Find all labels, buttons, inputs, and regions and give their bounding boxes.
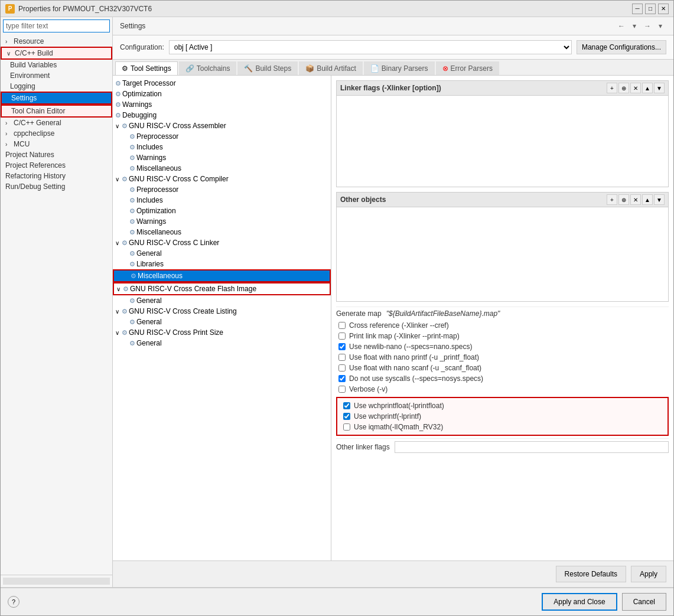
apply-close-button[interactable]: Apply and Close	[542, 593, 617, 611]
tree-linker-libraries[interactable]: ⚙ Libraries	[113, 259, 331, 269]
linker-flags-up-button[interactable]: ▲	[642, 83, 653, 93]
manage-configurations-button[interactable]: Manage Configurations...	[577, 40, 666, 54]
tab-binary-parsers[interactable]: 📄 Binary Parsers	[364, 61, 435, 75]
tree-cc-optimization[interactable]: ⚙ Optimization	[113, 206, 331, 216]
tree-asm-misc[interactable]: ⚙ Miscellaneous	[113, 163, 331, 174]
iqmath-checkbox[interactable]	[343, 423, 350, 431]
other-objects-up-button[interactable]: ▲	[642, 194, 653, 205]
nav-dropdown2[interactable]: ▾	[655, 21, 666, 31]
sidebar-item-build-vars[interactable]: Build Variables	[1, 60, 112, 70]
nav-dropdown1[interactable]: ▾	[629, 21, 640, 31]
wchprintf-checkbox[interactable]	[343, 413, 350, 420]
expand-resource[interactable]: ›	[5, 38, 12, 45]
linker-flags-down-button[interactable]: ▼	[654, 83, 665, 93]
expand-mcu[interactable]: ›	[5, 141, 12, 148]
other-linker-input[interactable]	[395, 441, 669, 453]
maximize-button[interactable]: □	[645, 4, 656, 14]
tree-asm-warnings[interactable]: ⚙ Warnings	[113, 152, 331, 163]
other-objects-down-button[interactable]: ▼	[654, 194, 665, 205]
tree-linker-misc[interactable]: ⚙ Miscellaneous	[113, 269, 331, 282]
sidebar-item-tool-chain-editor[interactable]: Tool Chain Editor	[1, 105, 112, 118]
tree-debugging-label: Debugging	[122, 111, 157, 119]
expand-cpp-general[interactable]: ›	[5, 120, 12, 126]
sidebar-item-cpp-general[interactable]: › C/C++ General	[1, 118, 112, 128]
config-select[interactable]: obj [ Active ]	[169, 40, 572, 54]
filter-input[interactable]	[3, 19, 110, 32]
tab-build-artifact[interactable]: 📦 Build Artifact	[299, 61, 363, 75]
sidebar-item-run-debug[interactable]: Run/Debug Setting	[1, 181, 112, 192]
tree-asm-preprocessor[interactable]: ⚙ Preprocessor	[113, 131, 331, 142]
expand-assembler[interactable]: ∨	[115, 123, 119, 129]
sidebar-item-mcu[interactable]: › MCU	[1, 139, 112, 149]
forward-button[interactable]: →	[642, 21, 653, 31]
tree-asm-warnings-label: Warnings	[136, 154, 166, 162]
expand-listing[interactable]: ∨	[115, 308, 119, 315]
tree-listing-general[interactable]: ⚙ General	[113, 317, 331, 327]
tree-optimization[interactable]: ⚙ Optimization	[113, 89, 331, 99]
wchprintfloat-checkbox[interactable]	[343, 402, 350, 409]
tab-toolchains[interactable]: 🔗 Toolchains	[179, 61, 237, 75]
linker-flags-delete-button[interactable]: ✕	[630, 83, 641, 93]
tab-tool-settings[interactable]: ⚙ Tool Settings	[115, 61, 178, 75]
tree-print-general[interactable]: ⚙ General	[113, 338, 331, 348]
minimize-button[interactable]: ─	[632, 4, 643, 14]
sidebar-item-project-references[interactable]: Project References	[1, 160, 112, 171]
cancel-button[interactable]: Cancel	[622, 593, 666, 611]
tree-debugging[interactable]: ⚙ Debugging	[113, 110, 331, 120]
sidebar-item-logging[interactable]: Logging	[1, 81, 112, 92]
close-button[interactable]: ✕	[658, 4, 669, 14]
sidebar-item-cppcheclipse[interactable]: › cppcheclipse	[1, 128, 112, 139]
horizontal-scrollbar[interactable]	[3, 578, 110, 585]
tree-target-processor[interactable]: ⚙ Target Processor	[113, 78, 331, 89]
expand-c-compiler[interactable]: ∨	[115, 176, 119, 182]
sidebar-item-refactoring[interactable]: Refactoring History	[1, 171, 112, 181]
other-objects-delete-button[interactable]: ✕	[630, 194, 641, 205]
restore-defaults-button[interactable]: Restore Defaults	[556, 566, 626, 582]
tree-warnings[interactable]: ⚙ Warnings	[113, 99, 331, 110]
expand-flash-image[interactable]: ∨	[116, 286, 121, 292]
tree-cc-preprocessor[interactable]: ⚙ Preprocessor	[113, 184, 331, 195]
cross-ref-checkbox[interactable]	[338, 322, 346, 329]
expand-cpp-build[interactable]: ∨	[6, 50, 14, 57]
print-link-map-checkbox[interactable]	[338, 333, 346, 340]
use-newlib-checkbox[interactable]	[338, 343, 346, 350]
sidebar-item-settings[interactable]: Settings	[1, 92, 112, 105]
back-button[interactable]: ←	[616, 21, 627, 31]
tree-gnu-assembler[interactable]: ∨ ⚙ GNU RISC-V Cross Assembler	[113, 120, 331, 131]
tree-linker-general[interactable]: ⚙ General	[113, 248, 331, 259]
tree-gnu-c-compiler[interactable]: ∨ ⚙ GNU RISC-V Cross C Compiler	[113, 174, 331, 184]
help-button[interactable]: ?	[8, 596, 19, 608]
apply-button[interactable]: Apply	[631, 566, 666, 582]
tree-listing-general-label: General	[136, 318, 162, 326]
linker-flags-add-button[interactable]: +	[607, 83, 617, 93]
tree-asm-includes[interactable]: ⚙ Includes	[113, 142, 331, 152]
float-printf-row: Use float with nano printf (-u _printf_f…	[336, 352, 669, 363]
other-objects-copy-button[interactable]: ⊕	[618, 194, 629, 205]
expand-print-size[interactable]: ∨	[115, 330, 119, 336]
sidebar-item-resource[interactable]: › Resource	[1, 36, 112, 47]
verbose-checkbox[interactable]	[338, 386, 346, 393]
print-general-icon: ⚙	[129, 340, 135, 347]
tree-print-size[interactable]: ∨ ⚙ GNU RISC-V Cross Print Size	[113, 327, 331, 338]
expand-cppcheclipse[interactable]: ›	[5, 131, 12, 137]
tree-cc-misc[interactable]: ⚙ Miscellaneous	[113, 227, 331, 237]
tool-tree-panel: ⚙ Target Processor ⚙ Optimization ⚙ Warn…	[113, 76, 331, 560]
tree-cc-includes[interactable]: ⚙ Includes	[113, 195, 331, 206]
float-printf-checkbox[interactable]	[338, 354, 346, 361]
sidebar-item-cpp-build[interactable]: ∨ C/C++ Build	[1, 47, 112, 60]
tab-error-parsers[interactable]: ⊗ Error Parsers	[436, 61, 499, 75]
tree-flash-general[interactable]: ⚙ General	[113, 295, 331, 306]
no-syscalls-checkbox[interactable]	[338, 375, 346, 382]
tree-flash-image[interactable]: ∨ ⚙ GNU RISC-V Cross Create Flash Image	[113, 282, 331, 295]
tab-build-steps[interactable]: 🔨 Build Steps	[237, 61, 298, 75]
other-objects-add-button[interactable]: +	[607, 194, 617, 205]
tree-gnu-c-linker[interactable]: ∨ ⚙ GNU RISC-V Cross C Linker	[113, 237, 331, 248]
tree-listing[interactable]: ∨ ⚙ GNU RISC-V Cross Create Listing	[113, 306, 331, 317]
sidebar-item-environment[interactable]: Environment	[1, 70, 112, 81]
tab-error-parsers-label: Error Parsers	[451, 64, 493, 73]
float-scanf-checkbox[interactable]	[338, 364, 346, 371]
linker-flags-copy-button[interactable]: ⊕	[618, 83, 629, 93]
sidebar-item-project-natures[interactable]: Project Natures	[1, 149, 112, 160]
tree-cc-warnings[interactable]: ⚙ Warnings	[113, 216, 331, 227]
expand-c-linker[interactable]: ∨	[115, 240, 119, 246]
